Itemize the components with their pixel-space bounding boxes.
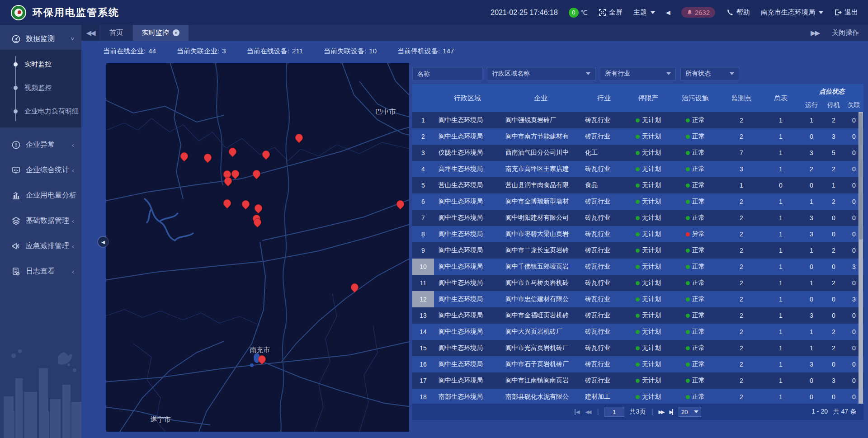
sidebar-item-data-monitoring[interactable]: 数据监测 ˅ — [0, 28, 81, 50]
close-operations-button[interactable]: 关闭操作 — [832, 28, 859, 37]
chevron-down-icon — [586, 72, 590, 75]
sidebar-subitem-label: 实时监控 — [24, 60, 52, 69]
status-filter-select[interactable]: 所有状态 — [680, 67, 739, 80]
temperature-badge: 0 — [569, 8, 579, 18]
cell-text: 正常 — [692, 328, 705, 335]
map-panel[interactable]: 巴中市南充市遂宁市 — [106, 63, 409, 432]
cell-monitor: 2 — [722, 214, 761, 221]
sidebar-subitem-0[interactable]: 实时监控 — [0, 52, 81, 76]
sidebar-item-3[interactable]: 基础数据管理‹ — [0, 208, 81, 233]
industry-filter-select[interactable]: 所有行业 — [600, 67, 676, 80]
status-dot-green — [686, 314, 690, 318]
cell-industry: 砖瓦行业 — [580, 246, 627, 254]
cell-run: 3 — [800, 149, 823, 156]
close-tab-icon[interactable]: ✕ — [173, 29, 179, 36]
tabs-scroll-left-button[interactable]: ◀◀ — [81, 25, 99, 41]
sidebar-item-0[interactable]: 企业异常‹ — [0, 132, 81, 157]
scrollbar-thumb[interactable] — [859, 113, 863, 240]
sidebar-item-2[interactable]: 企业用电量分析‹ — [0, 183, 81, 208]
org-dropdown[interactable]: 南充市生态环境局 — [761, 8, 823, 17]
cell-text: 无计划 — [642, 344, 661, 351]
cell-facility: 正常 — [669, 279, 722, 287]
table-scrollbar[interactable] — [859, 112, 863, 404]
table-row[interactable]: 4高坪生态环境局南充市高坪区王家店建砖瓦行业无计划正常31220 — [412, 161, 863, 177]
cell-company: 阆中市二龙长宝页岩砖 — [501, 246, 580, 254]
sidebar-subitem-2[interactable]: 企业电力负荷明细 — [0, 99, 81, 123]
sidebar-subitem-1[interactable]: 视频监控 — [0, 76, 81, 99]
page-number-input[interactable] — [604, 407, 624, 417]
sidebar-item-4[interactable]: 应急减排管理‹ — [0, 233, 81, 259]
sidebar-item-1[interactable]: 企业综合统计‹ — [0, 157, 81, 183]
cell-region: 阆中生态环境局 — [434, 198, 501, 206]
mute-speaker-button[interactable]: ◀ — [666, 9, 670, 16]
panel-collapse-button[interactable]: ◀ — [98, 237, 108, 247]
sidebar-item-label: 企业异常 — [26, 140, 55, 150]
sidebar-item-label: 企业综合统计 — [26, 165, 69, 175]
cell-company: 阆中市南方节能建材有 — [501, 132, 580, 141]
region-filter-select[interactable]: 行政区域名称 — [487, 67, 595, 80]
table-row[interactable]: 2阆中生态环境局阆中市南方节能建材有砖瓦行业无计划正常21030 — [412, 128, 863, 145]
col-header-run: 运行 — [800, 101, 823, 109]
table-row[interactable]: 16阆中生态环境局阆中市石子页岩机砖厂砖瓦行业无计划正常21300 — [412, 356, 863, 372]
tab-label: 实时监控 — [142, 28, 169, 37]
stat-item: 当前停机设备: 147 — [397, 47, 454, 56]
table-row[interactable]: 5营山生态环境局营山县润丰肉食品有限食品无计划正常10010 — [412, 177, 863, 193]
table-row[interactable]: 17阆中生态环境局阆中市江南镇阆南页岩砖瓦行业无计划正常21030 — [412, 372, 863, 389]
status-dot-green — [636, 216, 640, 220]
cell-stop: 无计划 — [627, 360, 669, 368]
sidebar-item-5[interactable]: 日志查看‹ — [0, 259, 81, 284]
cell-facility: 异常 — [669, 230, 722, 238]
notification-badge[interactable]: 2632 — [681, 7, 715, 18]
cell-industry: 砖瓦行业 — [580, 165, 627, 173]
table-row[interactable]: 13阆中生态环境局阆中市金福旺页岩机砖砖瓦行业无计划正常21300 — [412, 307, 863, 324]
cell-company: 阆中市金福旺页岩机砖 — [501, 311, 580, 320]
cell-facility: 正常 — [669, 149, 722, 157]
chevron-down-icon — [730, 72, 734, 75]
cell-meter: 1 — [761, 214, 800, 221]
status-dot-green — [686, 118, 690, 122]
cell-industry: 砖瓦行业 — [580, 279, 627, 287]
page-size-select[interactable]: 20 — [679, 407, 701, 417]
table-row[interactable]: 3仪陇生态环境局西南油气田分公司川中化工无计划正常71350 — [412, 145, 863, 161]
table-row[interactable]: 6阆中生态环境局阆中市金博瑞新型墙材砖瓦行业无计划正常21120 — [412, 193, 863, 210]
tabs-scroll-right-button[interactable]: ▶▶ — [811, 29, 819, 37]
next-page-button[interactable]: ▶▶ — [659, 409, 665, 415]
table-row[interactable]: 7阆中生态环境局阆中明阳建材有限公司砖瓦行业无计划正常21300 — [412, 210, 863, 226]
name-filter-input[interactable] — [417, 70, 477, 77]
industry-filter-value: 所有行业 — [605, 70, 630, 78]
temperature: 0 ℃ — [569, 8, 588, 18]
prev-page-button[interactable]: ◀◀ — [585, 409, 592, 415]
status-dot-green — [686, 216, 690, 220]
table-row[interactable]: 11阆中生态环境局阆中市五马桥页岩机砖砖瓦行业无计划正常21120 — [412, 275, 863, 291]
status-dot-green — [636, 363, 640, 367]
cell-text: 正常 — [692, 181, 705, 188]
cell-facility: 正常 — [669, 393, 722, 401]
theme-label: 主题 — [633, 8, 647, 17]
pagination-summary: 1 - 20 共 47 条 — [811, 408, 863, 416]
cell-facility: 正常 — [669, 132, 722, 141]
cell-region: 阆中生态环境局 — [434, 246, 501, 254]
tab-0[interactable]: 首页 — [100, 25, 132, 41]
table-row[interactable]: 1阆中生态环境局阆中强锐页岩砖厂砖瓦行业无计划正常21120 — [412, 112, 863, 128]
help-button[interactable]: 帮助 — [726, 8, 750, 17]
first-page-button[interactable]: ◀ — [575, 409, 580, 415]
table-row[interactable]: 9阆中生态环境局阆中市二龙长宝页岩砖砖瓦行业无计划正常21120 — [412, 242, 863, 259]
last-page-button[interactable]: ▶ — [669, 409, 673, 415]
table-row[interactable]: 12阆中生态环境局阆中市忠信建材有限公砖瓦行业无计划正常21003 — [412, 291, 863, 307]
table-row[interactable]: 15阆中生态环境局阆中市光富页岩机砖厂砖瓦行业无计划正常21120 — [412, 340, 863, 356]
status-dot-green — [686, 363, 690, 367]
theme-dropdown[interactable]: 主题 — [633, 8, 655, 17]
sidebar: 数据监测 ˅ 实时监控视频监控企业电力负荷明细 企业异常‹企业综合统计‹企业用电… — [0, 25, 81, 438]
cell-region: 阆中生态环境局 — [434, 328, 501, 336]
tab-1[interactable]: 实时监控✕ — [133, 25, 189, 41]
exit-button[interactable]: 退出 — [834, 8, 858, 17]
cell-run: 1 — [800, 344, 823, 352]
table-row[interactable]: 18南部生态环境局南部县砚化水泥有限公建材加工无计划正常21000 — [412, 389, 863, 404]
table-row[interactable]: 14阆中生态环境局阆中大兴页岩机砖厂砖瓦行业无计划正常21120 — [412, 324, 863, 340]
fullscreen-button[interactable]: 全屏 — [599, 8, 623, 17]
cell-monitor: 2 — [722, 344, 761, 352]
stat-value: 3 — [220, 47, 226, 55]
table-row[interactable]: 8阆中生态环境局阆中市枣碧大梁山页岩砖瓦行业无计划异常21300 — [412, 226, 863, 242]
cell-text: 无计划 — [642, 246, 661, 254]
table-row[interactable]: 10阆中生态环境局阆中千佛镇五郎垭页岩砖瓦行业无计划正常21003 — [412, 259, 863, 275]
